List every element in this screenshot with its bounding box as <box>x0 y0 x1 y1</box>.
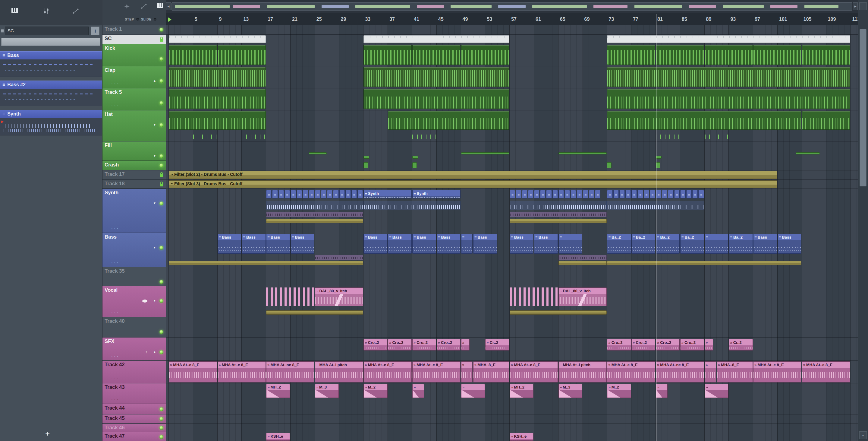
pattern-mini-clip[interactable]: ≡ <box>564 190 570 199</box>
clip-green-dot[interactable] <box>607 162 612 168</box>
clip-green[interactable] <box>461 45 509 65</box>
track-header-sfx[interactable]: SFX. . .↕▲ <box>102 337 166 360</box>
clip-purple[interactable] <box>315 255 363 260</box>
pattern-mini-clip[interactable]: ≡ <box>546 190 552 199</box>
clip-green-mid[interactable] <box>802 111 850 130</box>
clip-pink[interactable]: » <box>461 339 470 351</box>
clip-green[interactable] <box>656 45 704 65</box>
pattern-mini-clip[interactable]: ≡ <box>570 190 576 199</box>
playlist-icon[interactable] <box>11 8 19 16</box>
pattern-mini-clip[interactable]: ≡ <box>327 190 333 199</box>
pattern-mini-clip[interactable]: ≡ <box>625 190 631 199</box>
clip-pink[interactable]: »Cro..2 <box>412 339 436 351</box>
clip-pink-decay[interactable]: » <box>461 384 485 398</box>
clip-blue[interactable]: ≡Synth <box>412 190 461 199</box>
clip-white[interactable] <box>169 35 266 43</box>
mute-led[interactable] <box>159 407 163 411</box>
clip-auto[interactable]: ~ Filter (Slot 3) - Drums Bus - Cutoff <box>169 180 777 188</box>
clip-blue[interactable]: ≡Ba..2 <box>631 234 655 254</box>
clip-pink-audio[interactable]: ~MHA At..l pitch <box>558 361 607 382</box>
clip-auto-thin[interactable] <box>266 311 363 315</box>
clip-purple[interactable] <box>266 212 363 217</box>
clip-pink-decay[interactable]: »MH..2 <box>266 384 290 398</box>
collapse-arrow-icon[interactable]: ▲ <box>153 79 156 82</box>
track-header-bass[interactable]: Bass. . .▼ <box>102 233 166 267</box>
pattern-mini-clip[interactable]: ≡ <box>619 190 625 199</box>
pattern-mini-clip[interactable]: ≡ <box>351 190 357 199</box>
pattern-mini-clip[interactable]: ≡ <box>692 190 698 199</box>
track-header-track-45[interactable]: Track 45 <box>102 414 166 423</box>
clip-pink-decay[interactable]: » <box>705 384 728 398</box>
clip-green-mid[interactable] <box>388 111 509 130</box>
pattern-mini-clip[interactable]: ≡ <box>668 190 673 199</box>
clip-blue[interactable]: ≡Bass <box>437 234 461 254</box>
clip-pink-audio[interactable]: »MHA At..e 8_E <box>218 361 266 382</box>
pattern-mini-clip[interactable]: ≡ <box>589 190 594 199</box>
updown-arrows-icon[interactable]: ↕ <box>145 349 147 354</box>
pattern-mini-clip[interactable]: ≡ <box>656 190 661 199</box>
clip-green-line[interactable] <box>461 152 509 154</box>
mute-led[interactable] <box>159 426 163 430</box>
clip-auto-thin[interactable] <box>510 219 607 223</box>
pattern-item[interactable]: ≡Synth▶ <box>0 110 102 136</box>
track-header-track-46[interactable]: Track 46 <box>102 424 166 432</box>
clip-auto[interactable]: ~ Filter (Slot 2) - Drums Bus - Cutoff <box>169 171 777 179</box>
clip-pink[interactable]: »KSH..e <box>266 433 290 441</box>
clip-blue[interactable]: ≡Bass <box>218 234 241 254</box>
scroll-right-arrow-icon[interactable]: ▶ <box>853 2 858 10</box>
pattern-mini-clip[interactable]: ≡ <box>638 190 643 199</box>
mute-led[interactable] <box>159 299 163 303</box>
mute-led[interactable] <box>159 435 163 439</box>
clip-pink-audio[interactable]: »MHA..8_E <box>717 361 753 382</box>
clip-pink[interactable]: »Cro..2 <box>437 339 461 351</box>
clip-pink-decay[interactable]: »M..3 <box>315 384 339 398</box>
clip-green-hits[interactable] <box>412 135 436 139</box>
clip-blue[interactable]: ≡Synth <box>364 190 412 199</box>
vertical-scrollbar[interactable]: ▼ <box>858 0 868 441</box>
clip-pink-decay[interactable]: »M..2 <box>607 384 631 398</box>
scrollbar-corner-button[interactable] <box>859 2 867 10</box>
pattern-mini-clip[interactable]: ≡ <box>540 190 546 199</box>
lock-icon[interactable] <box>159 172 164 177</box>
mute-led[interactable] <box>159 57 163 61</box>
clip-pink[interactable]: »Cro..2 <box>388 339 412 351</box>
clip-auto-thin[interactable] <box>558 261 607 265</box>
pattern-item[interactable]: ≡Bass <box>0 51 102 77</box>
mute-led[interactable] <box>159 330 163 334</box>
pattern-mini-clip[interactable]: ≡ <box>333 190 338 199</box>
clip-blue[interactable]: ≡Bass <box>534 234 558 254</box>
clip-blue[interactable]: ≡Bass <box>388 234 412 254</box>
playhead-line[interactable] <box>656 14 656 441</box>
picker-scrollbar[interactable] <box>1 38 100 46</box>
clip-green-mid[interactable] <box>169 89 266 109</box>
clip-pink-audio[interactable]: »MHA At..e 8_E <box>607 361 655 382</box>
clip-auto-thin[interactable] <box>510 311 607 315</box>
clip-pink-audio[interactable]: » <box>705 361 716 382</box>
clip-blue-ticks[interactable] <box>510 201 607 210</box>
track-header-track-5[interactable]: Track 5. . . <box>102 88 166 110</box>
clip-pink-audio[interactable]: »MHA..8_E <box>473 361 509 382</box>
playlist-grid[interactable]: ~ Filter (Slot 2) - Drums Bus - Cutoff~ … <box>166 25 858 441</box>
clip-pink[interactable]: »KSH..e <box>510 433 533 441</box>
clip-pink-audio[interactable]: »MHA At..e 8_E <box>510 361 558 382</box>
clip-green-dot[interactable] <box>412 156 418 159</box>
clip-blue[interactable]: ≡Bass <box>242 234 266 254</box>
pattern-mini-clip[interactable]: ≡ <box>284 190 290 199</box>
clip-green[interactable] <box>169 45 217 65</box>
pattern-mini-clip[interactable]: ≡ <box>613 190 619 199</box>
pattern-mini-clip[interactable]: ≡ <box>558 190 564 199</box>
clip-auto-thin[interactable] <box>266 219 363 223</box>
track-header-track-40[interactable]: Track 40 <box>102 317 166 337</box>
pattern-mini-clip[interactable]: ≡ <box>631 190 637 199</box>
pattern-mini-clip[interactable]: ≡ <box>278 190 284 199</box>
clip-pink-audio[interactable]: »MHA At..e 8_E <box>802 361 850 382</box>
clip-green[interactable] <box>364 45 412 65</box>
clip-white[interactable] <box>364 35 509 43</box>
pattern-mini-clip[interactable]: ≡ <box>644 190 649 199</box>
collapse-arrow-icon[interactable]: ▼ <box>153 123 156 126</box>
arrangement-minimap[interactable] <box>172 2 852 10</box>
slide-icon[interactable] <box>141 3 148 11</box>
clip-green-dense[interactable] <box>607 67 850 87</box>
clip-green-dot[interactable] <box>412 162 417 168</box>
clip-blue[interactable]: ≡Bass <box>290 234 314 254</box>
